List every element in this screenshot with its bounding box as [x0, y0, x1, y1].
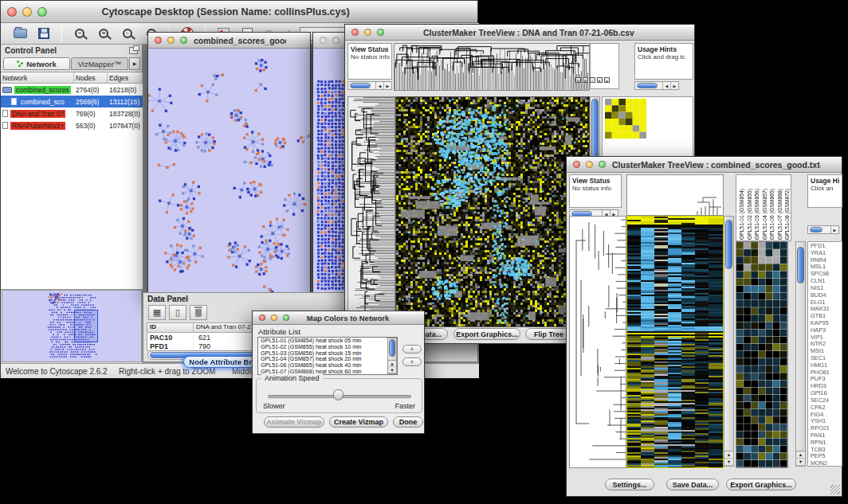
- zoom-fit-button[interactable]: ▫: [118, 25, 137, 42]
- open-session-button[interactable]: [10, 25, 29, 42]
- hints-scroll-widget[interactable]: ▶: [807, 225, 839, 234]
- column-dendrogram[interactable]: [394, 43, 590, 91]
- close-button[interactable]: [259, 315, 265, 321]
- zoom-button[interactable]: [599, 161, 606, 168]
- minimize-button[interactable]: [586, 161, 593, 168]
- zoom-button[interactable]: [377, 29, 384, 36]
- scroll-up-arrow[interactable]: ▲: [796, 451, 805, 459]
- scroll-left-arrow[interactable]: ◀: [662, 82, 670, 89]
- scroll-pill[interactable]: [810, 227, 822, 232]
- zoom-out-button[interactable]: −: [70, 25, 89, 42]
- create-vizmap-button[interactable]: Create Vizmap: [329, 416, 388, 428]
- treeview2-title-bar[interactable]: ClusterMaker TreeView : combined_scores_…: [567, 157, 842, 173]
- minimize-button[interactable]: [332, 37, 340, 44]
- network-row[interactable]: RNAPuberNov2+ 563(0) 107847(0): [1, 119, 143, 131]
- column-header[interactable]: Nodes: [74, 72, 108, 83]
- zoom-button[interactable]: [180, 37, 187, 44]
- move-down-button[interactable]: ∨: [402, 357, 422, 366]
- float-panel-icon[interactable]: [129, 47, 138, 54]
- new-attribute-button[interactable]: ▯: [169, 305, 186, 320]
- minimize-button[interactable]: [364, 29, 371, 36]
- status-scroll-widget[interactable]: ◀ ▶: [347, 81, 392, 90]
- id-column-header[interactable]: ID: [147, 323, 194, 332]
- scroll-right-arrow[interactable]: ▶: [383, 82, 391, 89]
- scrollbar-thumb[interactable]: [389, 339, 395, 357]
- overview-viewport-rect[interactable]: [74, 310, 98, 342]
- save-session-button[interactable]: [34, 25, 53, 42]
- minimize-button[interactable]: [22, 7, 32, 17]
- speed-slider-thumb[interactable]: [333, 389, 344, 400]
- network-canvas[interactable]: [148, 49, 310, 294]
- zoom-tool-icon[interactable]: ▸: [597, 77, 603, 83]
- zoom-vscrollbar[interactable]: ▲▼: [795, 241, 806, 467]
- zoom-button[interactable]: [37, 7, 47, 17]
- export-graphics-button[interactable]: Export Graphics...: [453, 328, 520, 340]
- zoom-tool-icon[interactable]: ▫: [590, 77, 595, 83]
- zoom-tool-icon[interactable]: ▴: [604, 77, 610, 83]
- minimize-button[interactable]: [271, 315, 277, 321]
- network-overview-panel[interactable]: [2, 290, 142, 362]
- scrollbar-thumb[interactable]: [797, 247, 804, 283]
- close-button[interactable]: [573, 161, 580, 168]
- resize-grip[interactable]: [830, 485, 840, 494]
- table-view-button[interactable]: ▦: [148, 305, 166, 320]
- scrollbar-thumb[interactable]: [725, 220, 732, 269]
- gene-label[interactable]: MON2: [811, 460, 842, 467]
- row-dendrogram[interactable]: [347, 96, 395, 327]
- tab-vizmapper[interactable]: VizMapper™: [71, 57, 128, 70]
- column-header[interactable]: Network: [1, 72, 74, 83]
- zoom-tool-icon[interactable]: ⊕: [583, 77, 588, 83]
- scroll-down-arrow[interactable]: ▼: [388, 367, 396, 373]
- tab-network[interactable]: Network: [3, 57, 70, 70]
- list-scrollbar[interactable]: ▲▼: [387, 338, 397, 374]
- column-label[interactable]: GPL51-07 (GSM868): [776, 189, 784, 240]
- main-title-bar[interactable]: Cytoscape Desktop (Session Name: collins…: [1, 1, 477, 23]
- column-dendrogram[interactable]: [626, 174, 724, 216]
- column-header[interactable]: Edges: [108, 72, 143, 83]
- scroll-up-arrow[interactable]: ▲: [724, 451, 733, 459]
- export-graphics-button[interactable]: Export Graphics...: [726, 479, 796, 490]
- network-row[interactable]: DNA and Tran 07 769(0) 183728(0): [1, 107, 143, 119]
- close-button[interactable]: [320, 37, 327, 44]
- column-label[interactable]: GPL51-02 (GSM855): [746, 189, 754, 240]
- zoom-tool-icon[interactable]: ⊖: [575, 77, 581, 83]
- scroll-left-arrow[interactable]: ◀: [375, 82, 383, 89]
- scroll-right-arrow[interactable]: ▶: [830, 226, 838, 233]
- hints-scroll-widget[interactable]: ◀ ▶: [634, 81, 679, 90]
- dialog-title-bar[interactable]: Map Colors to Network: [253, 311, 424, 325]
- close-button[interactable]: [351, 29, 359, 36]
- network-row[interactable]: combined_sco 2569(6) 13112(15): [1, 96, 143, 107]
- zoom-in-button[interactable]: +: [94, 25, 113, 42]
- heatmap-vscrollbar[interactable]: ▲▼: [724, 216, 734, 467]
- scroll-up-arrow[interactable]: ▲: [388, 361, 396, 367]
- scroll-pill[interactable]: [637, 83, 658, 88]
- minimize-button[interactable]: [167, 37, 175, 44]
- move-up-button[interactable]: ∧: [402, 345, 422, 354]
- save-data-button[interactable]: Save Data...: [666, 479, 719, 490]
- column-label[interactable]: GPL51-08 (GSM872): [783, 189, 791, 240]
- close-button[interactable]: [155, 37, 162, 44]
- settings-button[interactable]: Settings...: [605, 479, 654, 490]
- scroll-pill[interactable]: [350, 83, 371, 88]
- column-label[interactable]: GPL51-01 (GSM854): [738, 189, 746, 240]
- zoom-button[interactable]: [283, 315, 289, 321]
- done-button[interactable]: Done: [393, 416, 423, 428]
- column-label[interactable]: GPL51-04 (GSM857): [761, 189, 769, 240]
- zoomed-heatmap[interactable]: [605, 99, 646, 139]
- network-row[interactable]: combined_scores 2764(0) 16218(0): [1, 84, 143, 96]
- zoomed-heatmap[interactable]: [736, 241, 788, 468]
- treeview1-title-bar[interactable]: ClusterMaker TreeView : DNA and Tran 07-…: [345, 25, 694, 41]
- close-button[interactable]: [7, 7, 17, 17]
- column-label[interactable]: GPL51-03 (GSM856): [753, 189, 761, 240]
- scroll-down-arrow[interactable]: ▼: [796, 459, 805, 466]
- global-heatmap[interactable]: [626, 216, 724, 468]
- row-dendrogram[interactable]: [569, 216, 626, 468]
- scroll-down-arrow[interactable]: ▼: [724, 459, 733, 466]
- global-heatmap[interactable]: [395, 96, 590, 327]
- tab-overflow-button[interactable]: ▶: [129, 57, 140, 70]
- column-label[interactable]: GPL51-06 (GSM865): [768, 189, 776, 240]
- scroll-right-arrow[interactable]: ▶: [670, 82, 678, 89]
- network-window-title-bar[interactable]: combined_scores_good.txt--cluste...: [148, 33, 310, 49]
- animate-vizmap-button[interactable]: Animate Vizmap: [264, 416, 324, 428]
- delete-attribute-button[interactable]: [190, 305, 207, 320]
